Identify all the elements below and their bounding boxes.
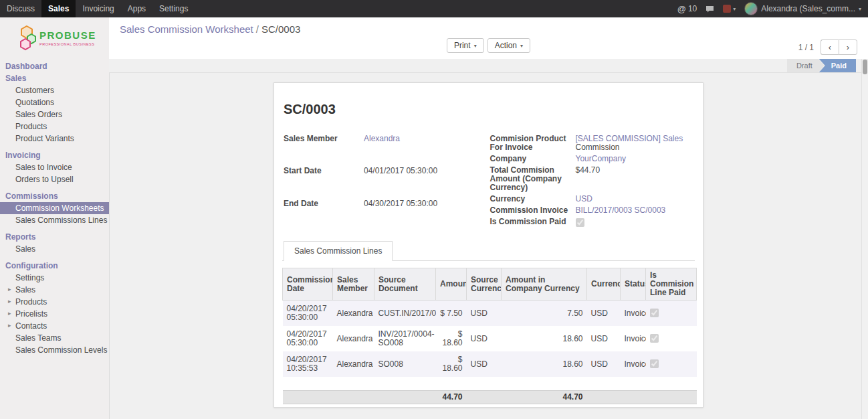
sidebar-section-configuration[interactable]: Configuration — [0, 260, 109, 272]
sidebar-section-reports[interactable]: Reports — [0, 231, 109, 243]
sidebar-item-orders-to-upsell[interactable]: Orders to Upsell — [0, 173, 109, 185]
breadcrumb-parent-link[interactable]: Sales Commission Worksheet — [120, 23, 253, 35]
line-paid-checkbox[interactable] — [650, 309, 659, 317]
vertical-scrollbar[interactable] — [861, 59, 868, 419]
table-header-row: Commission Date Sales Member Source Docu… — [283, 268, 697, 301]
scrollbar-thumb[interactable] — [863, 60, 867, 74]
pager: 1 / 1 ‹ › — [798, 39, 857, 55]
col-header-source-currency[interactable]: Source Currency — [467, 268, 502, 301]
field-groups: Sales Member Alexandra Start Date 04/01/… — [282, 133, 695, 230]
menu-invoicing[interactable]: Invoicing — [76, 0, 120, 17]
chevron-down-icon: ▾ — [733, 6, 736, 12]
messages-icon[interactable] — [706, 5, 714, 13]
col-header-amount-company-currency[interactable]: Amount in Company Currency — [502, 268, 587, 301]
pager-previous-button[interactable]: ‹ — [821, 39, 839, 55]
status-step-draft[interactable]: Draft — [787, 59, 825, 72]
sidebar-item-config-sales[interactable]: ▸ Sales — [0, 284, 109, 296]
action-button[interactable]: Action ▾ — [487, 38, 530, 53]
sidebar-section-commissions[interactable]: Commissions — [0, 190, 109, 202]
activity-count: 10 — [688, 4, 697, 13]
table-spacer-row — [283, 377, 697, 391]
field-label-sales-member: Sales Member — [282, 133, 364, 165]
sidebar-item-product-variants[interactable]: Product Variants — [0, 133, 109, 145]
cell-status: Invoiced — [621, 351, 646, 377]
company-link[interactable]: YourCompany — [576, 154, 627, 163]
cell-source-currency: USD — [467, 301, 502, 327]
menu-discuss[interactable]: Discuss — [0, 0, 41, 17]
sidebar-item-config-products[interactable]: ▸ Products — [0, 296, 109, 308]
sidebar-item-sales-commission-levels[interactable]: Sales Commission Levels — [0, 344, 109, 356]
currency-link[interactable]: USD — [576, 194, 592, 203]
line-paid-checkbox[interactable] — [650, 359, 659, 368]
user-menu[interactable]: Alexandra (Sales_comm... ▾ — [744, 2, 861, 15]
tab-sales-commission-lines[interactable]: Sales Commission Lines — [284, 241, 393, 261]
total-company-amount: 44.70 — [502, 391, 587, 404]
cell-commission-date: 04/20/2017 05:30:00 — [283, 301, 333, 327]
menu-settings[interactable]: Settings — [152, 0, 195, 17]
sidebar-section-sales[interactable]: Sales — [0, 72, 109, 84]
field-label-total-commission-amount: Total Commision Amount (Company Currency… — [489, 165, 576, 193]
sidebar-item-sales-orders[interactable]: Sales Orders — [0, 108, 109, 120]
col-header-sales-member[interactable]: Sales Member — [333, 268, 374, 301]
chevron-down-icon: ▾ — [859, 6, 861, 12]
user-name: Alexandra (Sales_comm... — [761, 4, 855, 13]
cell-status: Invoiced — [621, 326, 646, 351]
sidebar-item-dashboard[interactable]: Dashboard — [0, 60, 109, 72]
pager-next-button[interactable]: › — [839, 39, 857, 55]
field-group-left: Sales Member Alexandra Start Date 04/01/… — [282, 133, 489, 230]
sidebar-item-customers[interactable]: Customers — [0, 84, 109, 96]
sidebar-item-commission-worksheets[interactable]: Commission Worksheets — [0, 202, 109, 214]
support-glyph-icon — [723, 5, 731, 13]
cell-company-amount: 18.60 — [502, 326, 587, 351]
table-row[interactable]: 04/20/2017 10:35:53 Alexandra SO008 $ 18… — [283, 351, 697, 377]
cell-source-currency: USD — [467, 326, 502, 351]
form-sheet: SC/0003 Sales Member Alexandra Start Dat… — [274, 82, 703, 408]
col-header-currency[interactable]: Currency — [587, 268, 621, 301]
chevron-right-icon: ▸ — [8, 310, 11, 317]
cell-currency: USD — [587, 326, 621, 351]
sidebar-item-config-pricelists[interactable]: ▸ Pricelists — [0, 308, 109, 320]
sidebar-section-invoicing[interactable]: Invoicing — [0, 149, 109, 161]
avatar — [744, 2, 758, 15]
chevron-right-icon: ▸ — [8, 298, 11, 305]
commission-invoice-link[interactable]: BILL/2017/0003 SC/0003 — [576, 205, 666, 215]
menu-apps[interactable]: Apps — [121, 0, 152, 17]
print-button[interactable]: Print ▾ — [447, 38, 484, 53]
field-label-company: Company — [489, 153, 576, 165]
sidebar-item-sales-to-invoice[interactable]: Sales to Invoice — [0, 161, 109, 173]
field-group-right: Commision Product For Invoice [SALES COM… — [489, 133, 695, 230]
commission-product-link[interactable]: [SALES COMMISSION] Sales — [576, 134, 683, 143]
cell-sales-member: Alexandra — [333, 301, 374, 327]
logo-hexagons-icon — [19, 25, 36, 51]
sidebar-item-products[interactable]: Products — [0, 120, 109, 133]
support-icon[interactable]: ▾ — [723, 5, 736, 13]
sidebar-item-sales-commissions-lines[interactable]: Sales Commissions Lines — [0, 214, 109, 226]
col-header-is-commission-line-paid[interactable]: Is Commision Line Paid — [646, 268, 697, 301]
status-step-paid[interactable]: Paid — [819, 59, 856, 72]
sales-member-link[interactable]: Alexandra — [364, 134, 400, 143]
line-paid-checkbox[interactable] — [650, 334, 659, 343]
sidebar: PROBUSE PROFESSIONAL BUSINESS Dashboard … — [0, 17, 110, 419]
sidebar-item-reports-sales[interactable]: Sales — [0, 243, 109, 255]
activities-indicator[interactable]: @ 10 — [677, 4, 697, 14]
table-row[interactable]: 04/20/2017 05:30:00 Alexandra INV/2017/0… — [283, 326, 697, 351]
is-commission-paid-checkbox[interactable] — [576, 218, 584, 227]
main-area: Sales Commission Worksheet/SC/0003 Print… — [109, 17, 868, 419]
sidebar-item-sales-teams[interactable]: Sales Teams — [0, 332, 109, 344]
action-button-label: Action — [495, 41, 517, 50]
table-row[interactable]: 04/20/2017 05:30:00 Alexandra CUST.IN/20… — [283, 301, 697, 327]
sidebar-item-config-contacts[interactable]: ▸ Contacts — [0, 320, 109, 332]
col-header-source-document[interactable]: Source Document — [374, 268, 436, 301]
cell-source-currency: USD — [467, 351, 502, 377]
logo-title: PROBUSE — [39, 30, 96, 41]
sidebar-item-label: Pricelists — [15, 309, 47, 319]
sidebar-item-quotations[interactable]: Quotations — [0, 96, 109, 108]
col-header-commission-date[interactable]: Commission Date — [283, 268, 333, 301]
sidebar-item-config-settings[interactable]: Settings — [0, 272, 109, 284]
col-header-amount[interactable]: Amount — [436, 268, 467, 301]
col-header-status[interactable]: Status — [621, 268, 646, 301]
print-button-label: Print — [454, 41, 471, 50]
menu-sales[interactable]: Sales — [41, 0, 76, 17]
status-bar: Draft Paid — [109, 59, 868, 73]
cell-sales-member: Alexandra — [333, 326, 374, 351]
